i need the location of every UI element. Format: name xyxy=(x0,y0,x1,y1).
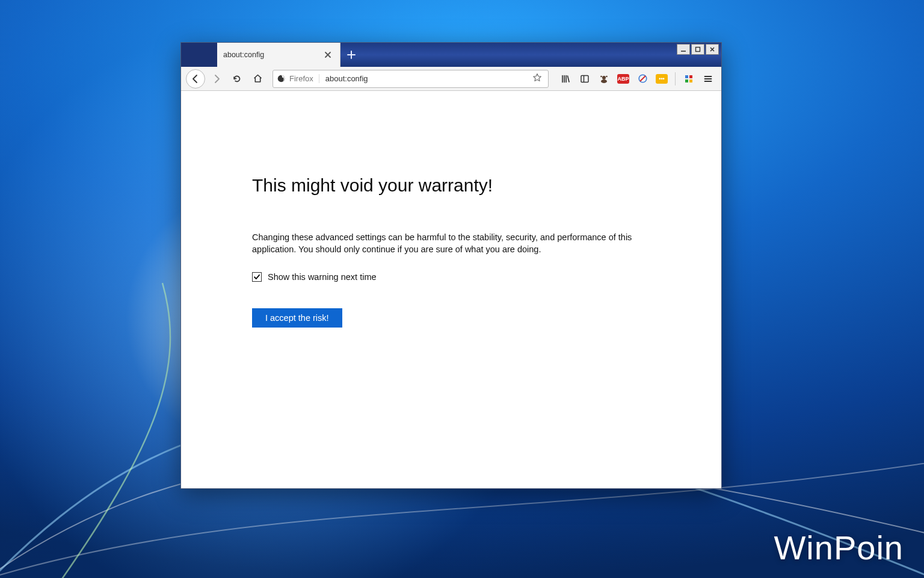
home-button[interactable] xyxy=(248,70,266,88)
show-warning-checkbox[interactable] xyxy=(252,272,262,282)
firefox-icon xyxy=(277,74,286,83)
svg-rect-3 xyxy=(581,75,588,82)
wallpaper-watermark: WinPoin xyxy=(774,528,904,567)
tab-title: about:config xyxy=(223,51,322,59)
extension-3-icon[interactable] xyxy=(680,70,697,87)
new-tab-button[interactable] xyxy=(340,43,362,67)
window-controls xyxy=(677,44,719,55)
titlebar[interactable]: about:config xyxy=(181,43,721,67)
bookmark-star-icon[interactable] xyxy=(530,73,544,85)
menu-button[interactable] xyxy=(700,70,716,87)
svg-rect-11 xyxy=(685,75,688,78)
extension-2-icon[interactable]: ••• xyxy=(653,70,670,87)
browser-window: about:config xyxy=(180,42,722,489)
ext2-badge: ••• xyxy=(656,74,668,84)
svg-point-8 xyxy=(606,75,608,77)
svg-point-6 xyxy=(601,79,607,83)
abp-badge: ABP xyxy=(617,74,629,84)
noscript-icon[interactable] xyxy=(634,70,651,87)
close-window-button[interactable] xyxy=(706,44,719,55)
library-icon[interactable] xyxy=(557,70,574,87)
sidebar-icon[interactable] xyxy=(576,70,593,87)
svg-rect-14 xyxy=(689,79,692,82)
svg-rect-1 xyxy=(696,48,700,52)
toolbar-extensions: ABP ••• xyxy=(555,70,716,87)
url-text: about:config xyxy=(319,74,530,83)
page-content: This might void your warranty! Changing … xyxy=(181,91,721,488)
svg-rect-13 xyxy=(685,79,688,82)
identity-box[interactable]: Firefox xyxy=(277,74,319,83)
warning-heading: This might void your warranty! xyxy=(252,175,721,196)
adblock-plus-icon[interactable]: ABP xyxy=(615,70,632,87)
svg-rect-12 xyxy=(689,75,692,78)
identity-label: Firefox xyxy=(289,74,313,83)
svg-point-2 xyxy=(278,75,285,82)
titlebar-spacer xyxy=(181,43,217,67)
toolbar-separator xyxy=(675,72,676,85)
warning-body: Changing these advanced settings can be … xyxy=(252,232,649,255)
show-warning-label: Show this warning next time xyxy=(268,272,377,282)
accept-risk-button[interactable]: I accept the risk! xyxy=(252,308,342,328)
reload-button[interactable] xyxy=(228,70,246,88)
tab-close-button[interactable] xyxy=(322,49,334,61)
svg-point-5 xyxy=(602,76,606,79)
extension-1-icon[interactable] xyxy=(596,70,612,87)
svg-point-7 xyxy=(600,75,602,77)
browser-tab[interactable]: about:config xyxy=(217,43,340,67)
desktop-background: about:config xyxy=(0,0,924,578)
show-warning-checkbox-row: Show this warning next time xyxy=(252,272,721,282)
minimize-button[interactable] xyxy=(677,44,690,55)
navigation-toolbar: Firefox about:config ABP xyxy=(181,67,721,91)
maximize-button[interactable] xyxy=(691,44,704,55)
svg-line-10 xyxy=(640,76,645,81)
checkmark-icon xyxy=(253,273,260,281)
back-button[interactable] xyxy=(186,69,205,89)
url-bar[interactable]: Firefox about:config xyxy=(273,70,549,88)
forward-button[interactable] xyxy=(208,70,226,88)
